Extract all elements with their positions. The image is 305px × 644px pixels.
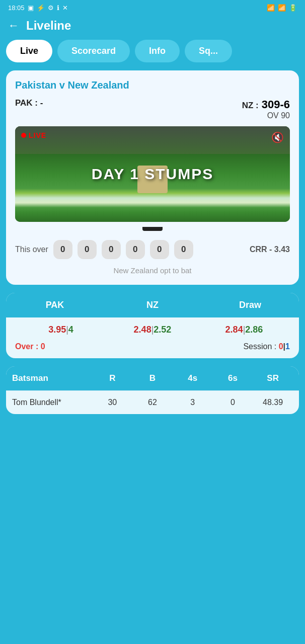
odds-header-nz: NZ (104, 300, 201, 310)
over-value: 0 (41, 342, 45, 351)
nz-score-container: NZ : 309-6 OV 90 (242, 98, 290, 120)
draw-odds-high: 2.86 (245, 325, 263, 335)
pak-odds-high: 4 (68, 325, 73, 335)
nz-odds: 2.48|2.52 (107, 325, 198, 335)
cast-icon: ✕ (62, 4, 68, 12)
ball-6: 0 (174, 240, 193, 259)
odds-header-pak: PAK (6, 300, 104, 310)
odds-card: PAK NZ Draw 3.95|4 2.48|2.52 2.84|2.86 O… (6, 293, 299, 358)
batsman-runs: 30 (92, 398, 132, 407)
table-row: Tom Blundell* 30 62 3 0 48.39 (6, 390, 299, 414)
status-right: 📶 📶 🔋 (267, 4, 297, 12)
video-player[interactable]: LIVE 🔇 DAY 1 STUMPS (15, 126, 290, 222)
live-badge: LIVE (21, 131, 46, 139)
draw-odds-low: 2.84 (225, 325, 243, 335)
pak-score-label: PAK : - (15, 98, 43, 108)
bluetooth-icon: 📶 (267, 4, 275, 12)
tab-live[interactable]: Live (6, 40, 52, 62)
match-card: Pakistan v New Zealand PAK : - NZ : 309-… (6, 70, 299, 285)
session-val2: 1 (285, 342, 290, 351)
settings-icon: ⚙ (48, 4, 54, 12)
batsman-fours: 3 (173, 398, 213, 407)
odds-values-row: 3.95|4 2.48|2.52 2.84|2.86 (15, 325, 290, 335)
live-label: LIVE (29, 131, 46, 139)
ball-3: 0 (102, 240, 121, 259)
tv-stand (142, 227, 163, 231)
batsman-col-r: R (92, 373, 132, 383)
mute-icon[interactable]: 🔇 (271, 131, 284, 143)
odds-header: PAK NZ Draw (6, 293, 299, 317)
usb-icon: ⚡ (37, 4, 45, 12)
battery-icon: 🔋 (289, 4, 297, 12)
batsman-sixes: 0 (213, 398, 253, 407)
ball-1: 0 (53, 240, 72, 259)
this-over-label: This over (15, 245, 48, 254)
nz-odds-low: 2.48 (134, 325, 151, 335)
opt-to-bat-text: New Zealand opt to bat (15, 266, 290, 275)
header: ← Liveline (0, 14, 305, 40)
batsman-col-b: B (132, 373, 173, 383)
tab-squad[interactable]: Sq... (185, 40, 232, 62)
batsman-name: Tom Blundell* (12, 398, 92, 407)
nz-score-label: NZ : (242, 101, 259, 111)
batsman-header: Batsman R B 4s 6s SR (6, 366, 299, 390)
status-left: 18:05 ▣ ⚡ ⚙ ℹ ✕ (8, 4, 68, 12)
over-display: Over : 0 (15, 342, 45, 351)
batsman-sr: 48.39 (253, 398, 293, 407)
nz-score: 309-6 (262, 98, 290, 111)
tab-bar: Live Scorecard Info Sq... (0, 40, 305, 70)
match-title: Pakistan v New Zealand (15, 79, 290, 91)
crr-display: CRR - 3.43 (250, 245, 290, 254)
nz-overs: OV 90 (242, 111, 290, 120)
batsman-balls: 62 (132, 398, 173, 407)
sim-icon: ▣ (28, 4, 34, 12)
batsman-col-6s: 6s (213, 373, 253, 383)
status-bar: 18:05 ▣ ⚡ ⚙ ℹ ✕ 📶 📶 🔋 (0, 0, 305, 14)
batsman-col-sr: SR (253, 373, 293, 383)
live-dot (21, 133, 26, 138)
vpn-icon: ℹ (57, 4, 59, 12)
odds-header-draw: Draw (201, 300, 299, 310)
session-display: Session : 0|1 (243, 342, 290, 351)
score-row: PAK : - NZ : 309-6 OV 90 (15, 98, 290, 120)
session-val1: 0 (279, 342, 283, 351)
nz-odds-high: 2.52 (154, 325, 171, 335)
batsman-col-name: Batsman (12, 373, 92, 383)
odds-footer: Over : 0 Session : 0|1 (15, 342, 290, 351)
batsman-col-4s: 4s (173, 373, 213, 383)
ball-5: 0 (150, 240, 169, 259)
tab-info[interactable]: Info (135, 40, 180, 62)
tab-scorecard[interactable]: Scorecard (57, 40, 130, 62)
batsman-card: Batsman R B 4s 6s SR Tom Blundell* 30 62… (6, 366, 299, 414)
draw-odds: 2.84|2.86 (198, 325, 290, 335)
back-button[interactable]: ← (8, 19, 19, 32)
odds-body: 3.95|4 2.48|2.52 2.84|2.86 Over : 0 Sess… (6, 317, 299, 358)
wifi-icon: 📶 (278, 4, 286, 12)
page-title: Liveline (26, 19, 71, 33)
ball-2: 0 (78, 240, 97, 259)
stumps-overlay-text: DAY 1 STUMPS (92, 166, 213, 183)
pak-odds: 3.95|4 (15, 325, 107, 335)
over-row: This over 0 0 0 0 0 0 CRR - 3.43 (15, 240, 290, 259)
ball-4: 0 (126, 240, 145, 259)
pak-odds-low: 3.95 (48, 325, 66, 335)
time-display: 18:05 (8, 4, 25, 12)
video-crowd (15, 126, 290, 154)
